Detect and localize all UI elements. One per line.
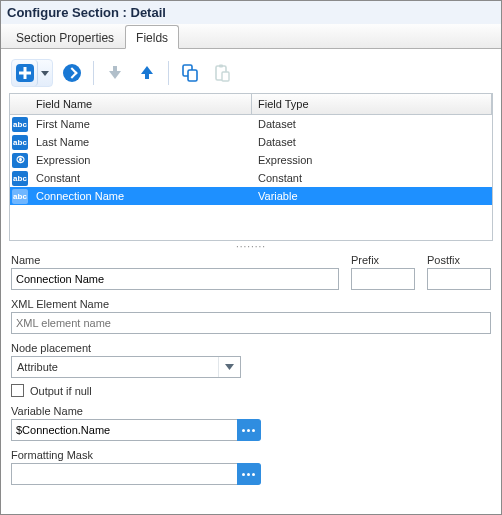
- dropdown-caret-icon: [41, 71, 49, 76]
- postfix-label: Postfix: [427, 254, 491, 266]
- toolbar-separator: [93, 61, 94, 85]
- move-down-button[interactable]: [102, 60, 128, 86]
- abc-icon: abc: [12, 117, 28, 132]
- cell-field-name: Connection Name: [30, 189, 252, 203]
- table-header-name[interactable]: Field Name: [30, 94, 252, 114]
- add-dropdown-button[interactable]: [38, 60, 52, 86]
- node-placement-label: Node placement: [11, 342, 241, 354]
- table-header-icon: [10, 94, 30, 114]
- table-row[interactable]: abc Connection Name Variable: [10, 187, 492, 205]
- name-input[interactable]: [11, 268, 339, 290]
- cell-field-type: Dataset: [252, 117, 492, 131]
- ellipsis-icon: [242, 473, 255, 476]
- cell-field-name: Last Name: [30, 135, 252, 149]
- prefix-input[interactable]: [351, 268, 415, 290]
- paste-button[interactable]: [209, 60, 235, 86]
- add-icon: [15, 63, 35, 83]
- ellipsis-icon: [242, 429, 255, 432]
- table-row[interactable]: abc Last Name Dataset: [10, 133, 492, 151]
- cell-field-name: First Name: [30, 117, 252, 131]
- output-if-null-label: Output if null: [30, 385, 92, 397]
- copy-icon: [180, 63, 200, 83]
- formatting-mask-label: Formatting Mask: [11, 449, 261, 461]
- splitter-handle[interactable]: ········: [9, 243, 493, 250]
- svg-point-4: [63, 64, 81, 82]
- xml-element-label: XML Element Name: [11, 298, 491, 310]
- tab-section-properties[interactable]: Section Properties: [5, 25, 125, 49]
- abc-icon: abc: [12, 135, 28, 150]
- cell-field-type: Variable: [252, 189, 492, 203]
- node-placement-select[interactable]: Attribute: [11, 356, 241, 378]
- cell-field-type: Expression: [252, 153, 492, 167]
- abc-icon: abc: [12, 171, 28, 186]
- add-button[interactable]: [12, 60, 38, 86]
- xml-element-input[interactable]: [11, 312, 491, 334]
- delete-button[interactable]: [59, 60, 85, 86]
- cell-field-name: Constant: [30, 171, 252, 185]
- dialog-title: Configure Section : Detail: [1, 1, 501, 24]
- variable-name-input[interactable]: [11, 419, 237, 441]
- table-header-type[interactable]: Field Type: [252, 94, 492, 114]
- variable-picker-button[interactable]: [237, 419, 261, 441]
- copy-button[interactable]: [177, 60, 203, 86]
- table-row[interactable]: abc First Name Dataset: [10, 115, 492, 133]
- tabs: Section Properties Fields: [1, 24, 501, 49]
- move-up-icon: [138, 64, 156, 82]
- formatting-mask-picker-button[interactable]: [237, 463, 261, 485]
- tab-fields[interactable]: Fields: [125, 25, 179, 49]
- svg-marker-14: [225, 364, 234, 370]
- svg-rect-8: [145, 73, 149, 79]
- svg-rect-13: [222, 72, 229, 81]
- table-row[interactable]: abc Constant Constant: [10, 169, 492, 187]
- field-details-form: Name Prefix Postfix XML Element Name Nod…: [9, 254, 493, 485]
- svg-marker-3: [41, 71, 49, 76]
- node-placement-value: Attribute: [17, 361, 58, 373]
- svg-rect-7: [113, 66, 117, 72]
- toolbar-separator: [168, 61, 169, 85]
- expression-icon: ⦿: [12, 153, 28, 168]
- table-row[interactable]: ⦿ Expression Expression: [10, 151, 492, 169]
- paste-icon: [212, 63, 232, 83]
- prefix-label: Prefix: [351, 254, 415, 266]
- cell-field-type: Constant: [252, 171, 492, 185]
- abc-icon: abc: [12, 189, 28, 204]
- variable-name-label: Variable Name: [11, 405, 261, 417]
- toolbar: [9, 55, 493, 93]
- name-label: Name: [11, 254, 339, 266]
- svg-rect-2: [19, 72, 31, 75]
- svg-rect-10: [188, 70, 197, 81]
- output-if-null-checkbox[interactable]: [11, 384, 24, 397]
- move-up-button[interactable]: [134, 60, 160, 86]
- table-header: Field Name Field Type: [10, 94, 492, 115]
- svg-rect-12: [219, 65, 223, 68]
- postfix-input[interactable]: [427, 268, 491, 290]
- chevron-down-icon: [225, 364, 234, 370]
- delete-icon: [62, 63, 82, 83]
- move-down-icon: [106, 64, 124, 82]
- fields-table: Field Name Field Type abc First Name Dat…: [9, 93, 493, 241]
- cell-field-name: Expression: [30, 153, 252, 167]
- cell-field-type: Dataset: [252, 135, 492, 149]
- formatting-mask-input[interactable]: [11, 463, 237, 485]
